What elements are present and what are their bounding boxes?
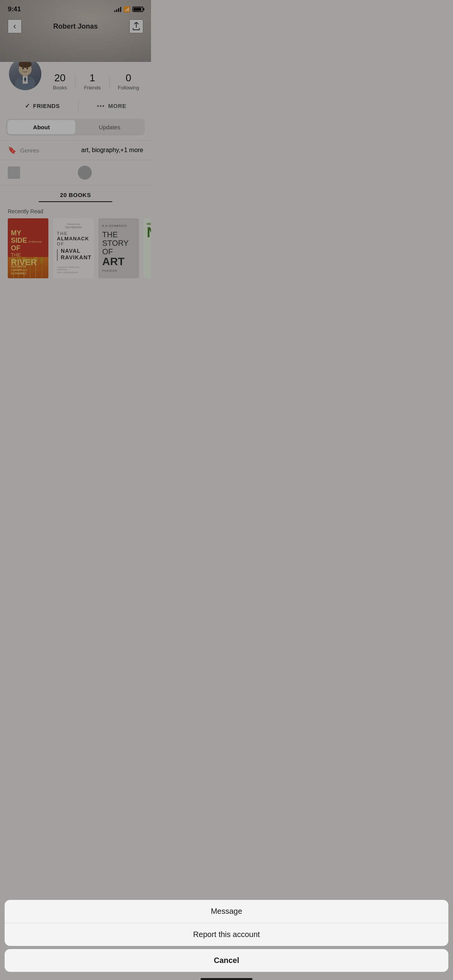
overlay-dim[interactable] bbox=[0, 0, 151, 327]
